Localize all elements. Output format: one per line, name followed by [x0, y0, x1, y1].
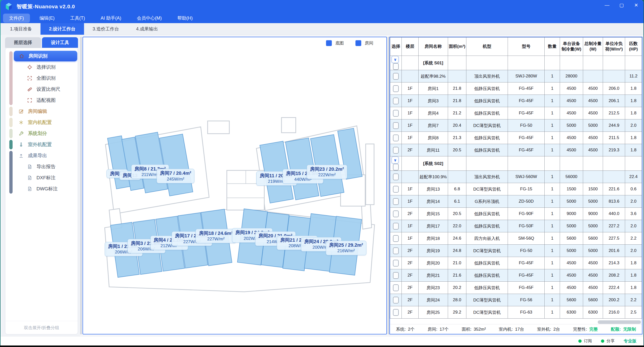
tool-item-9[interactable]: 室外机配置	[5, 139, 78, 150]
workflow-tab-2[interactable]: 2.设计工作台	[41, 23, 84, 35]
row-checkbox[interactable]	[393, 297, 399, 303]
cell-machine: 四方向嵌入机	[466, 232, 508, 245]
menu-item-2[interactable]: 编辑(E)	[33, 14, 61, 23]
cell-floor	[401, 171, 418, 183]
row-checkbox[interactable]	[393, 210, 399, 217]
close-button[interactable]: ✕	[629, 0, 643, 10]
cell-area: 21.8	[448, 82, 466, 95]
room-label-4[interactable]: 房间7 / 20.4m²245W/m²	[157, 169, 195, 183]
cell-machine: 低静压风管机	[466, 82, 508, 95]
sidebar-tab-2[interactable]: 设计工具	[42, 37, 78, 48]
cell-model: FG-45F	[508, 282, 545, 294]
room-label-7[interactable]: 房间23 / 20.2m²222W/m²	[307, 165, 347, 179]
tool-item-10[interactable]: 成果导出	[5, 150, 78, 161]
cell-name: 超配率100.9%	[418, 171, 448, 183]
cell-hp: 2.2	[625, 232, 642, 245]
cell-load: 206.0	[603, 82, 625, 95]
row-checkbox[interactable]	[393, 235, 399, 242]
row-checkbox[interactable]	[393, 284, 399, 291]
cell-model: FG-45F	[508, 132, 545, 144]
cell-hp: 1.8	[625, 269, 642, 282]
workflow-tab-3[interactable]: 3.造价工作台	[84, 23, 128, 35]
tool-panel-hint: 双击展开/折叠分组	[5, 321, 78, 334]
tool-label: 设置比例尺	[36, 86, 60, 93]
row-checkbox[interactable]	[393, 247, 399, 254]
tool-item-6[interactable]: 房间编辑	[5, 106, 78, 117]
tool-item-5[interactable]: 适配视图	[5, 95, 78, 106]
row-checkbox[interactable]	[393, 98, 399, 104]
legend-item-room[interactable]: 房间	[355, 40, 373, 46]
table-hscrollbar[interactable]	[598, 320, 641, 324]
row-checkbox[interactable]	[393, 135, 399, 141]
row-checkbox[interactable]	[393, 173, 399, 180]
splitter-left[interactable]	[80, 37, 82, 334]
select-cell: ∨	[390, 156, 402, 171]
cell-total: 5000	[583, 195, 603, 208]
cell-unit: 4500	[560, 107, 583, 119]
select-cell	[390, 294, 402, 306]
drawing-canvas[interactable]: 房间14房间13房间8 / 21.3m²211W/m²房间7 / 20.4m²2…	[83, 37, 387, 334]
row-checkbox[interactable]	[393, 260, 399, 267]
cell-load: 200.2	[603, 294, 625, 306]
cell-qty: 1	[545, 294, 560, 306]
menu-item-5[interactable]: 会员中心(M)	[131, 14, 168, 23]
room-label-12[interactable]: 房间18 / 24.6m²227W/m²	[196, 229, 236, 243]
row-checkbox[interactable]	[393, 85, 399, 92]
cell-area: 21.2	[448, 107, 466, 119]
equipment-row: 2F房间2529.2DC薄型风管机FG-63163006300216.02.5	[390, 306, 642, 319]
workflow-tab-1[interactable]: 1.项目准备	[2, 23, 41, 35]
row-checkbox[interactable]	[393, 110, 399, 117]
select-cell: ∨	[390, 56, 402, 70]
tool-item-4[interactable]: 设置比例尺	[5, 84, 78, 95]
row-checkbox[interactable]	[393, 147, 399, 154]
cell-total: 6300	[583, 306, 603, 319]
collapse-chevron-icon[interactable]: ∨	[391, 156, 399, 164]
summary-label: 系统:	[396, 327, 406, 332]
cell-floor: 2F	[401, 208, 418, 220]
cell-unit: 5600	[560, 232, 583, 245]
column-header-6: 型号	[508, 37, 545, 56]
tool-item-3[interactable]: 全图识别	[5, 73, 78, 84]
cell-machine: 低静压风管机	[466, 220, 508, 232]
cell-qty: 1	[545, 144, 560, 156]
statusbar-share[interactable]: 分享	[601, 338, 615, 344]
select-cell	[390, 70, 402, 82]
menu-item-3[interactable]: 工具(T)	[64, 14, 91, 23]
tool-item-13[interactable]: DWG标注	[5, 183, 78, 194]
cell-name: 房间23	[418, 282, 448, 294]
row-checkbox[interactable]	[393, 272, 399, 279]
workflow-tab-4[interactable]: 4.成果输出	[128, 23, 167, 35]
row-checkbox[interactable]	[393, 164, 399, 170]
legend-item-basemap[interactable]: 底图	[326, 40, 344, 46]
minimize-button[interactable]: —	[600, 0, 614, 10]
tool-item-1[interactable]: 房间识别	[5, 51, 78, 62]
splitter-right[interactable]	[387, 37, 389, 334]
cell-model: FG-45F	[508, 82, 545, 95]
row-checkbox[interactable]	[393, 198, 399, 205]
maximize-button[interactable]: ▢	[614, 0, 629, 10]
menu-item-4[interactable]: AI 助手(A)	[95, 14, 127, 23]
collapse-chevron-icon[interactable]: ∨	[391, 56, 399, 63]
tool-item-8[interactable]: 系统划分	[5, 128, 78, 139]
row-checkbox[interactable]	[393, 223, 399, 230]
statusbar-subscribe[interactable]: 订阅	[578, 338, 592, 344]
cell-load: 212.5	[603, 107, 625, 119]
tool-item-7[interactable]: 室内机配置	[5, 117, 78, 128]
row-checkbox[interactable]	[393, 186, 399, 193]
row-checkbox[interactable]	[393, 73, 399, 80]
menu-item-1[interactable]: 文件(F)	[3, 14, 30, 23]
row-checkbox[interactable]	[393, 122, 399, 129]
doc-plus-icon	[27, 175, 32, 181]
summary-label: 房间:	[428, 327, 437, 332]
group-indicator	[9, 129, 13, 138]
cell-load: 216.0	[603, 306, 625, 319]
tool-item-12[interactable]: DXF标注	[5, 172, 78, 183]
cell-hp: 1.8	[625, 107, 642, 119]
sidebar-tab-1[interactable]: 图层选择	[5, 37, 41, 48]
row-checkbox[interactable]	[393, 309, 399, 316]
row-checkbox[interactable]	[393, 63, 399, 70]
tool-item-11[interactable]: 导出报告	[5, 161, 78, 172]
tool-item-2[interactable]: 选择识别	[5, 62, 78, 73]
room-label-17[interactable]: 房间25 / 29.2m²216W/m²	[326, 241, 366, 255]
menu-item-6[interactable]: 帮助(H)	[171, 14, 199, 23]
